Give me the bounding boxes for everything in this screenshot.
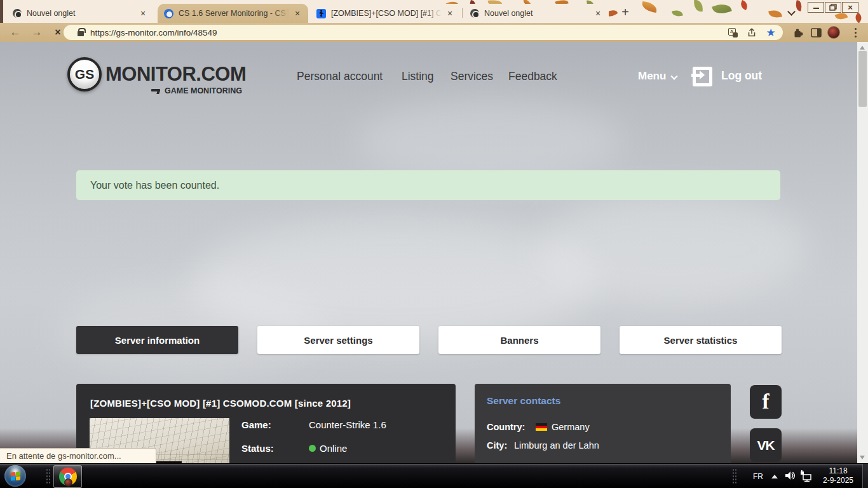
windows-logo-icon [11,471,20,480]
back-button[interactable]: ← [7,24,24,41]
logout-icon[interactable] [693,67,712,86]
counter-strike-favicon [316,9,326,18]
clock-time: 11:18 [816,466,860,476]
city-label: City: [487,440,507,451]
page-scrollbar[interactable] [857,42,868,463]
scrollbar-thumb[interactable] [858,51,867,107]
country-label: Country: [487,422,525,432]
nav-services[interactable]: Services [451,70,493,83]
window-minimize-button[interactable] [808,2,824,13]
taskbar-grip [732,468,736,485]
server-contacts-title: Server contacts [487,395,560,407]
status-label: Status: [241,443,274,454]
scrollbar-down-arrow[interactable] [860,456,865,459]
gun-icon [151,88,161,94]
ssl-lock-icon[interactable] [78,31,84,36]
browser-tab-4[interactable]: Nouvel onglet × [464,4,609,23]
nav-feedback[interactable]: Feedback [508,70,557,83]
browser-status-text: En attente de gs-monitor.com... [0,448,156,463]
game-label: Game: [241,419,271,430]
status-value: Online [320,443,347,454]
window-restore-button[interactable] [825,2,841,13]
browser-toolbar: ← → × https://gs-monitor.com/info/48549 … [0,23,868,42]
leaf-decoration [739,0,749,10]
gs-monitor-favicon [164,9,173,18]
leaf-decoration [712,1,732,17]
leaf-decoration [672,10,682,18]
site-logo-subtitle: GAME MONITORING [151,86,242,95]
chrome-taskbar-button[interactable] [53,465,82,488]
server-title: [ZOMBIES]+[CSO MOD] [#1] CSOMOD.COM [sin… [90,398,351,409]
language-indicator[interactable]: FR [753,472,763,481]
browser-tab-title: Nouvel onglet [484,9,590,18]
network-icon[interactable] [799,470,812,485]
extensions-puzzle-icon[interactable] [790,25,805,40]
share-icon[interactable] [745,25,759,39]
browser-tab-strip: Nouvel onglet × CS 1.6 Server Monitoring… [0,0,868,23]
url-text[interactable]: https://gs-monitor.com/info/48549 [90,28,726,37]
logout-button[interactable]: Log out [721,69,762,83]
profile-avatar[interactable] [826,25,841,40]
windows-taskbar: FR 11:18 2-9-2025 [0,463,868,488]
forward-button[interactable]: → [29,24,45,41]
country-value: Germany [552,422,590,432]
vote-success-alert: Your vote has been counted. [76,170,780,200]
browser-tab-1[interactable]: Nouvel onglet × [6,4,154,23]
browser-menu-kebab-icon[interactable] [848,25,863,40]
tab-banners[interactable]: Banners [438,326,600,354]
chevron-down-icon[interactable] [672,74,678,80]
leaf-decoration [794,0,803,11]
smoke-decoration [356,99,623,182]
smoke-decoration [540,194,807,302]
tab-close-icon[interactable]: × [292,8,303,19]
site-logo-badge[interactable]: GS [67,57,102,92]
translate-icon[interactable] [726,25,740,39]
window-close-button[interactable]: × [842,2,858,13]
browser-tab-title: Nouvel onglet [27,9,135,18]
chrome-favicon [13,9,22,18]
side-panel-icon[interactable] [808,25,824,40]
tab-separator [462,8,463,18]
leaf-decoration [694,0,703,11]
browser-tab-3[interactable]: [ZOMBIES]+[CSO MOD] [#1] CSO × [310,4,461,23]
speaker-icon[interactable] [784,470,796,484]
site-logo-title[interactable]: MONITOR.COM [105,63,246,86]
chrome-favicon [470,9,479,18]
web-page: GS MONITOR.COM GAME MONITORING Personal … [0,42,868,463]
tab-search-chevron-icon[interactable] [788,8,796,16]
server-contacts-panel: Server contacts Country: Germany City: L… [475,384,731,463]
show-desktop-button[interactable] [862,464,868,488]
menu-dropdown[interactable]: Menu [638,70,666,83]
leaf-decoration [768,10,782,19]
scrollbar-up-arrow[interactable] [860,46,865,50]
theme-edge-decoration [0,0,3,23]
clock-date: 2-9-2025 [816,476,860,485]
tab-close-icon[interactable]: × [444,8,456,19]
tab-server-settings[interactable]: Server settings [257,326,419,354]
address-bar[interactable]: https://gs-monitor.com/info/48549 ★ [64,25,783,40]
game-value: Counter-Strike 1.6 [309,419,386,430]
tab-server-statistics[interactable]: Server statistics [620,326,782,354]
tab-close-icon[interactable]: × [592,8,604,19]
bookmark-star-icon[interactable]: ★ [764,25,778,39]
browser-tab-title: [ZOMBIES]+[CSO MOD] [#1] CSO [331,9,442,18]
taskbar-clock[interactable]: 11:18 2-9-2025 [816,466,860,485]
desktop-screen: Nouvel onglet × CS 1.6 Server Monitoring… [0,0,868,488]
new-tab-button[interactable]: + [618,4,633,20]
germany-flag-icon [536,423,547,431]
tab-close-icon[interactable]: × [137,8,149,19]
tab-server-information[interactable]: Server information [76,326,238,354]
nav-personal-account[interactable]: Personal account [297,70,383,83]
browser-tab-2-active[interactable]: CS 1.6 Server Monitoring - CS 1.6 × [158,4,308,23]
profile-overlay-avatar [64,478,72,487]
browser-tab-title: CS 1.6 Server Monitoring - CS 1.6 [179,9,289,18]
taskbar-grip [46,468,50,485]
vk-button[interactable]: VK [750,428,782,462]
leaf-decoration [641,1,658,13]
nav-listing[interactable]: Listing [402,70,434,83]
city-value: Limburg an der Lahn [514,440,599,451]
start-button[interactable] [4,465,26,487]
facebook-button[interactable]: f [750,385,782,419]
show-hidden-icons-arrow[interactable] [771,475,778,478]
leaf-decoration [853,13,864,24]
